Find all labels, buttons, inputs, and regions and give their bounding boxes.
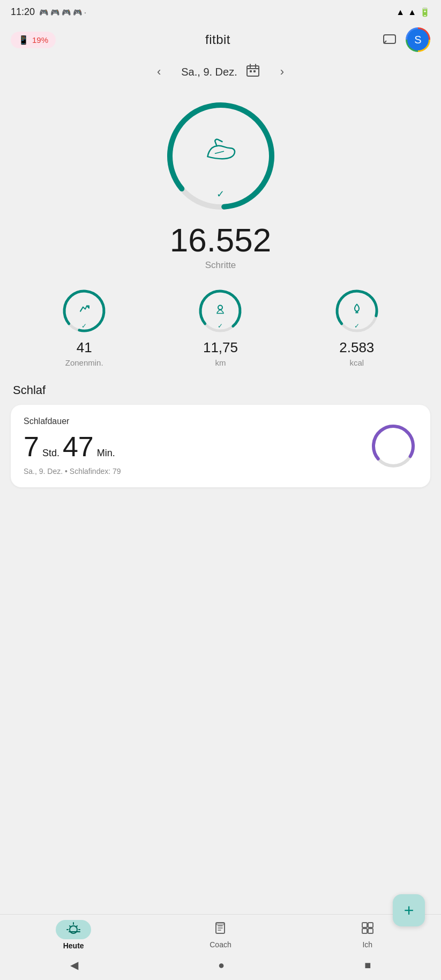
calories-unit: kcal: [349, 358, 364, 367]
date-center: Sa., 9. Dez.: [181, 63, 260, 80]
svg-rect-6: [253, 70, 256, 72]
wifi-icon: ▲: [396, 8, 405, 17]
svg-rect-33: [368, 929, 373, 933]
schlaf-section-title: Schlaf: [11, 383, 430, 397]
schlaf-time: 7 Std. 47 Min.: [24, 430, 121, 463]
mini-stats-row: ✓ 41 Zonenmin. ✓ 11,75 km: [0, 276, 441, 373]
fab-plus-icon: +: [404, 901, 414, 920]
heute-icon: [56, 920, 91, 939]
zone-value: 41: [77, 339, 92, 356]
svg-rect-29: [216, 923, 224, 925]
schlaf-left: Schlafdauer 7 Std. 47 Min. Sa., 9. Dez. …: [24, 417, 121, 476]
status-time: 11:20: [11, 6, 35, 18]
distance-unit: km: [215, 358, 226, 367]
heute-label: Heute: [63, 941, 84, 950]
schlaf-hours: 7: [24, 430, 39, 463]
zone-check: ✓: [81, 322, 87, 330]
distance-ring: ✓: [196, 287, 244, 335]
schlaf-ring: [369, 422, 417, 470]
dot-icon: ·: [84, 8, 86, 17]
calories-icon: [351, 303, 363, 318]
battery-percent: 19%: [32, 35, 48, 44]
battery-badge[interactable]: 📱 19%: [11, 32, 56, 48]
schlaf-card[interactable]: Schlafdauer 7 Std. 47 Min. Sa., 9. Dez. …: [11, 405, 430, 487]
zone-ring: ✓: [60, 287, 108, 335]
svg-point-13: [218, 306, 222, 310]
schlaf-mins: 47: [63, 430, 94, 463]
coach-icon: [213, 921, 227, 938]
calendar-button[interactable]: [246, 63, 260, 80]
battery-device-icon: 📱: [18, 35, 29, 45]
status-app-icons: 🎮 🎮 🎮 🎮 ·: [39, 8, 86, 17]
avatar: S: [407, 29, 429, 50]
current-date: Sa., 9. Dez.: [181, 66, 237, 78]
fab-add-button[interactable]: +: [393, 894, 425, 926]
schlaf-hours-label: Std.: [42, 448, 59, 459]
top-bar: 📱 19% fitbit S: [0, 22, 441, 57]
game-icon-4: 🎮: [73, 8, 82, 17]
back-button[interactable]: ◀: [70, 959, 78, 971]
schlaf-meta: Sa., 9. Dez. • Schlafindex: 79: [24, 467, 121, 476]
svg-rect-5: [250, 70, 252, 72]
svg-point-17: [369, 422, 417, 470]
distance-check: ✓: [218, 322, 223, 330]
game-icon-3: 🎮: [62, 8, 71, 17]
message-button[interactable]: [380, 30, 399, 49]
system-bar: ◀ ● ■: [0, 953, 441, 980]
ich-label: Ich: [362, 940, 372, 949]
steps-check-icon: ✓: [216, 188, 225, 200]
recents-button[interactable]: ■: [364, 959, 371, 971]
distance-icon: [214, 303, 226, 318]
zone-unit: Zonenmin.: [65, 358, 103, 367]
steps-ring[interactable]: ✓: [162, 97, 280, 215]
svg-rect-31: [368, 923, 373, 927]
app-title: fitbit: [205, 32, 230, 47]
top-actions: S: [380, 27, 430, 52]
ich-icon: [361, 921, 375, 938]
svg-rect-32: [362, 929, 367, 933]
calories-value: 2.583: [339, 339, 374, 356]
bottom-navigation: Heute Coach: [0, 914, 441, 980]
avatar-wrapper[interactable]: S: [406, 27, 430, 52]
home-button[interactable]: ●: [218, 959, 225, 971]
mini-stat-calories[interactable]: ✓ 2.583 kcal: [333, 287, 381, 367]
prev-date-button[interactable]: ‹: [153, 63, 165, 81]
battery-icon: 🔋: [420, 7, 430, 17]
schlafdauer-label: Schlafdauer: [24, 417, 121, 426]
game-icon-1: 🎮: [39, 8, 48, 17]
calories-check: ✓: [354, 322, 360, 330]
shoe-icon: [203, 136, 238, 172]
mini-stat-distance[interactable]: ✓ 11,75 km: [196, 287, 244, 367]
calories-ring: ✓: [333, 287, 381, 335]
game-icon-2: 🎮: [50, 8, 59, 17]
distance-value: 11,75: [203, 339, 238, 356]
steps-count: 16.552: [170, 224, 272, 257]
status-right: ▲ ▲ 🔋: [396, 7, 430, 17]
status-left: 11:20 🎮 🎮 🎮 🎮 ·: [11, 6, 86, 18]
coach-label: Coach: [210, 940, 231, 949]
tab-heute[interactable]: Heute: [47, 920, 100, 950]
svg-rect-30: [362, 923, 367, 927]
date-navigation: ‹ Sa., 9. Dez. ›: [0, 57, 441, 86]
next-date-button[interactable]: ›: [276, 63, 288, 81]
tab-coach[interactable]: Coach: [193, 921, 247, 949]
schlaf-mins-label: Min.: [97, 448, 115, 459]
svg-rect-1: [247, 66, 259, 76]
steps-label: Schritte: [205, 260, 236, 271]
tab-ich[interactable]: Ich: [341, 921, 394, 949]
nav-tabs: Heute Coach: [0, 914, 441, 953]
status-bar: 11:20 🎮 🎮 🎮 🎮 · ▲ ▲ 🔋: [0, 0, 441, 22]
mini-stat-zones[interactable]: ✓ 41 Zonenmin.: [60, 287, 108, 367]
signal-icon: ▲: [408, 8, 416, 17]
steps-section: ✓ 16.552 Schritte: [0, 86, 441, 276]
schlaf-section: Schlaf Schlafdauer 7 Std. 47 Min. Sa., 9…: [0, 373, 441, 493]
zone-icon: [78, 303, 90, 318]
